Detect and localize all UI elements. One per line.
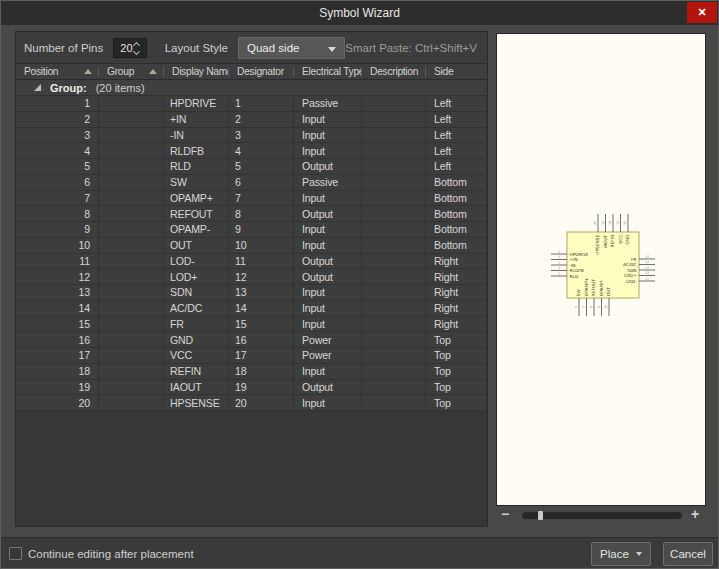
table-row[interactable]: 6SW6PassiveBottom (16, 175, 487, 191)
table-row[interactable]: 1HPDRIVE1PassiveLeft (16, 96, 487, 112)
close-button[interactable]: ✕ (687, 2, 717, 23)
cell-display-name[interactable]: AC/DC (164, 301, 229, 316)
table-row[interactable]: 12LOD+12OutputRight (16, 269, 487, 285)
cell-side[interactable]: Bottom (426, 238, 487, 253)
table-row[interactable]: 11LOD-11OutputRight (16, 254, 487, 270)
cell-group[interactable] (99, 128, 164, 143)
cell-side[interactable]: Left (426, 128, 487, 143)
cell-group[interactable] (99, 364, 164, 379)
cell-position[interactable]: 7 (16, 191, 99, 206)
cell-designator[interactable]: 20 (229, 395, 294, 410)
cell-display-name[interactable]: OPAMP- (164, 222, 229, 237)
cell-display-name[interactable]: IAOUT (164, 380, 229, 395)
cell-electrical-type[interactable]: Input (294, 364, 362, 379)
cell-designator[interactable]: 10 (229, 238, 294, 253)
zoom-slider[interactable] (522, 512, 682, 519)
table-row[interactable]: 8REFOUT8OutputBottom (16, 206, 487, 222)
cell-side[interactable]: Bottom (426, 222, 487, 237)
cell-group[interactable] (99, 348, 164, 363)
cell-description[interactable] (362, 191, 426, 206)
cell-side[interactable]: Bottom (426, 191, 487, 206)
column-header-position[interactable]: Position (16, 64, 99, 79)
cell-side[interactable]: Top (426, 395, 487, 410)
cell-electrical-type[interactable]: Input (294, 285, 362, 300)
cell-display-name[interactable]: REFOUT (164, 206, 229, 221)
cell-position[interactable]: 15 (16, 317, 99, 332)
cell-description[interactable] (362, 317, 426, 332)
cell-display-name[interactable]: SW (164, 175, 229, 190)
layout-style-dropdown[interactable]: Quad side (238, 37, 345, 59)
cell-designator[interactable]: 18 (229, 364, 294, 379)
cell-designator[interactable]: 7 (229, 191, 294, 206)
cell-display-name[interactable]: +IN (164, 112, 229, 127)
cell-display-name[interactable]: RLD (164, 159, 229, 174)
cell-group[interactable] (99, 222, 164, 237)
cell-group[interactable] (99, 112, 164, 127)
cell-designator[interactable]: 6 (229, 175, 294, 190)
cell-side[interactable]: Bottom (426, 175, 487, 190)
cell-group[interactable] (99, 380, 164, 395)
cell-side[interactable]: Right (426, 269, 487, 284)
cell-description[interactable] (362, 332, 426, 347)
cell-designator[interactable]: 8 (229, 206, 294, 221)
cell-display-name[interactable]: HPSENSE (164, 395, 229, 410)
cell-position[interactable]: 6 (16, 175, 99, 190)
cell-side[interactable]: Right (426, 317, 487, 332)
cell-display-name[interactable]: GND (164, 332, 229, 347)
cell-designator[interactable]: 2 (229, 112, 294, 127)
cell-side[interactable]: Right (426, 254, 487, 269)
cell-electrical-type[interactable]: Input (294, 222, 362, 237)
cell-group[interactable] (99, 96, 164, 111)
cell-display-name[interactable]: FR (164, 317, 229, 332)
cell-position[interactable]: 10 (16, 238, 99, 253)
table-row[interactable]: 10OUT10InputBottom (16, 238, 487, 254)
cell-position[interactable]: 12 (16, 269, 99, 284)
column-header-side[interactable]: Side (426, 64, 487, 79)
cell-electrical-type[interactable]: Output (294, 269, 362, 284)
table-row[interactable]: 5RLD5OutputLeft (16, 159, 487, 175)
cell-side[interactable]: Right (426, 285, 487, 300)
cell-position[interactable]: 2 (16, 112, 99, 127)
cell-position[interactable]: 19 (16, 380, 99, 395)
cell-designator[interactable]: 15 (229, 317, 294, 332)
cell-electrical-type[interactable]: Input (294, 317, 362, 332)
cell-electrical-type[interactable]: Output (294, 159, 362, 174)
cell-position[interactable]: 16 (16, 332, 99, 347)
cell-description[interactable] (362, 128, 426, 143)
table-row[interactable]: 20HPSENSE20InputTop (16, 395, 487, 411)
cell-designator[interactable]: 19 (229, 380, 294, 395)
continue-editing-checkbox[interactable] (9, 547, 22, 560)
cell-group[interactable] (99, 269, 164, 284)
cell-display-name[interactable]: LOD- (164, 254, 229, 269)
cell-display-name[interactable]: HPDRIVE (164, 96, 229, 111)
cell-electrical-type[interactable]: Power (294, 348, 362, 363)
cell-position[interactable]: 17 (16, 348, 99, 363)
cell-electrical-type[interactable]: Passive (294, 175, 362, 190)
table-row[interactable]: 9OPAMP-9InputBottom (16, 222, 487, 238)
table-row[interactable]: 16GND16PowerTop (16, 332, 487, 348)
group-expand-icon[interactable] (34, 84, 41, 91)
cell-position[interactable]: 5 (16, 159, 99, 174)
cell-electrical-type[interactable]: Input (294, 112, 362, 127)
cell-group[interactable] (99, 317, 164, 332)
table-row[interactable]: 17VCC17PowerTop (16, 348, 487, 364)
column-header-designator[interactable]: Designator (229, 64, 294, 79)
table-row[interactable]: 13SDN13InputRight (16, 285, 487, 301)
cell-group[interactable] (99, 143, 164, 158)
cell-designator[interactable]: 3 (229, 128, 294, 143)
place-button[interactable]: Place (591, 542, 651, 566)
column-header-electrical-type[interactable]: Electrical Type (294, 64, 362, 79)
cell-side[interactable]: Left (426, 112, 487, 127)
cell-position[interactable]: 13 (16, 285, 99, 300)
cell-display-name[interactable]: SDN (164, 285, 229, 300)
table-row[interactable]: 4RLDFB4InputLeft (16, 143, 487, 159)
cell-side[interactable]: Bottom (426, 206, 487, 221)
cell-designator[interactable]: 13 (229, 285, 294, 300)
table-row[interactable]: 14AC/DC14InputRight (16, 301, 487, 317)
cell-designator[interactable]: 16 (229, 332, 294, 347)
cell-designator[interactable]: 11 (229, 254, 294, 269)
cell-group[interactable] (99, 254, 164, 269)
cell-electrical-type[interactable]: Passive (294, 96, 362, 111)
cell-position[interactable]: 3 (16, 128, 99, 143)
column-header-description[interactable]: Description (362, 64, 426, 79)
